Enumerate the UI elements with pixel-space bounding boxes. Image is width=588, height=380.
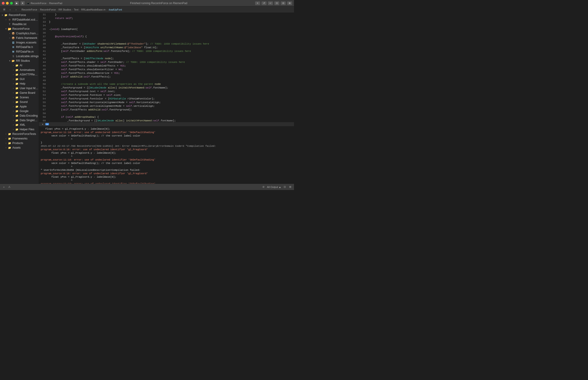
- code-line-34[interactable]: 34: [39, 24, 294, 27]
- sidebar-item-apple[interactable]: › 📁 Apple: [0, 104, 39, 109]
- console-filter-label[interactable]: All Output ▲: [267, 186, 281, 189]
- code-line-42[interactable]: 42: [39, 53, 294, 57]
- code-line-46[interactable]: 46 self.fontEffects.shouldCenterFilter =…: [39, 68, 294, 71]
- sidebar-item-frameworks[interactable]: › 📁 Frameworks: [0, 136, 39, 141]
- sidebar-item-root[interactable]: ▾ 📁 ReconInForce: [0, 13, 39, 17]
- add-status-button[interactable]: +: [2, 185, 6, 189]
- code-line-44[interactable]: 44 self.fontEffects.shader = self.fontSh…: [39, 60, 294, 64]
- sidebar-item-gameboard[interactable]: › 📁 Game Board: [0, 91, 39, 95]
- code-line-38[interactable]: 38: [39, 38, 294, 42]
- sidebar-item-annimations[interactable]: › 📁 Annimations: [0, 68, 39, 72]
- nav-forward-button[interactable]: ›: [14, 7, 18, 12]
- breadcrumb-reconinforce1[interactable]: ReconInForce: [21, 8, 37, 11]
- code-line-58[interactable]: 58: [39, 112, 294, 115]
- code-line-55[interactable]: 55 self.fontForground.horizontalAlignmen…: [39, 101, 294, 104]
- grid-view-button[interactable]: ⊞: [2, 7, 6, 12]
- code-line-31[interactable]: 31 }: [39, 13, 294, 17]
- split-view-button[interactable]: ⊟: [281, 1, 286, 5]
- sidebar-item-gui[interactable]: › 📁 GUI: [0, 77, 39, 81]
- console[interactable]: float yPos = gl_FragCoord.y - labelBase[…: [39, 126, 294, 184]
- expand-arrow-products: ›: [4, 142, 8, 144]
- view-toggle-button[interactable]: ⊡: [274, 1, 279, 5]
- breadcrumb-file[interactable]: RRLabelNodeBase.m: [81, 8, 105, 11]
- sidebar-item-help[interactable]: › 📁 Help: [0, 81, 39, 86]
- sidebar-item-rifdatafile-m[interactable]: M RIFDataFile.m: [0, 49, 39, 54]
- console-line: ^: [41, 155, 292, 158]
- code-line-45[interactable]: 45 self.fontEffects.shouldEnableEffects …: [39, 64, 294, 68]
- list-view-button[interactable]: ≡: [255, 1, 260, 5]
- breadcrumb-text[interactable]: Text: [74, 8, 78, 11]
- code-line-52[interactable]: 52 self.fontForground.text = self.text;: [39, 90, 294, 93]
- folder-icon-xml: 📁: [15, 123, 19, 127]
- code-line-39[interactable]: 39 _fontShader = [SKShader shaderWithFil…: [39, 42, 294, 46]
- scheme-selector[interactable]: 📱 ReconInForce › RiemenPad: [27, 1, 62, 5]
- console-settings-button[interactable]: ⊡: [283, 185, 287, 189]
- console-clear-button[interactable]: ⊘: [261, 185, 266, 189]
- sidebar-item-localizable[interactable]: S Localizable.strings: [0, 54, 39, 58]
- collapse-button[interactable]: ▾: [41, 122, 44, 126]
- sidebar-item-reconinforce[interactable]: ▾ 📂 ReconInForce: [0, 26, 39, 31]
- code-line-36[interactable]: 36: [39, 31, 294, 35]
- breadcrumb-method[interactable]: -loadUpFont: [108, 8, 122, 11]
- sidebar-item-dataencoding[interactable]: › 📁 Data Encoding: [0, 114, 39, 118]
- code-line-51[interactable]: 51 _fontForground = [[SKLabelNode alloc]…: [39, 86, 294, 90]
- sidebar-item-rrstudios[interactable]: ▾ 📂 RR Studios: [0, 58, 39, 63]
- sidebar-item-ai[interactable]: › 📁 AI: [0, 63, 39, 68]
- sidebar-item-reconinforce-tests[interactable]: › 📁 ReconInForceTests: [0, 132, 39, 136]
- code-line-32[interactable]: 32 return self;: [39, 17, 294, 20]
- sidebar-item-fabric[interactable]: › 📦 Fabric.framework: [0, 36, 39, 40]
- console-expand-button[interactable]: ⊞: [288, 185, 292, 189]
- code-line-60[interactable]: 60 _fontBackground = [[SKLabelNode alloc…: [39, 119, 294, 122]
- code-line-40[interactable]: 40 _fontUniform = [SKUniform uniformWith…: [39, 46, 294, 49]
- breadcrumb-rrstudios[interactable]: RR Studios: [59, 8, 71, 11]
- sidebar-item-asihttprequest[interactable]: › 📁 ASIHTTPRequest: [0, 72, 39, 77]
- code-line-59[interactable]: 59 if (self.addDropShadow) {: [39, 115, 294, 119]
- console-line: program_source:11:18: error: use of unde…: [41, 131, 292, 134]
- sidebar-item-xml[interactable]: › 📁 XML: [0, 123, 39, 127]
- sidebar-item-rifdatafile-h[interactable]: H RIFDataFile.h: [0, 45, 39, 49]
- code-line-57[interactable]: 57 [self.fontEffects addChild:self.fontF…: [39, 108, 294, 112]
- line-content: //create a subnode with all the same pro…: [48, 82, 294, 86]
- sidebar-label-apple: Apple: [20, 105, 39, 108]
- breadcrumb-reconinforce2[interactable]: ReconInForce: [40, 8, 56, 11]
- sidebar-item-readme[interactable]: T ReadMe.txt: [0, 22, 39, 26]
- sidebar-item-images[interactable]: 🖼 Images.xcassets: [0, 40, 39, 45]
- sidebar-item-assets[interactable]: › 📁 Assets: [0, 145, 39, 150]
- fullscreen-button[interactable]: [10, 2, 13, 5]
- minimize-button[interactable]: [6, 2, 9, 5]
- back-button[interactable]: ↩: [268, 1, 273, 5]
- sidebar-item-helperfiles[interactable]: › 📁 Helper Files: [0, 127, 39, 132]
- code-line-33[interactable]: 33}: [39, 20, 294, 24]
- code-line-41[interactable]: 41 [self.fontShader addUniform:self.font…: [39, 49, 294, 53]
- expand-button[interactable]: ⊞: [287, 1, 292, 5]
- console-line: ^: [41, 179, 292, 182]
- framework-icon-fabric: 📦: [11, 36, 15, 40]
- code-line-56[interactable]: 56 self.fontForground.verticalAlignmentM…: [39, 104, 294, 108]
- nav-back-button[interactable]: ‹: [8, 7, 12, 12]
- code-line-35[interactable]: 35-(void) loadUpFont{: [39, 27, 294, 31]
- code-line-53[interactable]: 53 self.fontForground.fontSize = self.si…: [39, 93, 294, 97]
- sidebar-item-userinput[interactable]: › 📁 User Input Management: [0, 86, 39, 91]
- refresh-button[interactable]: ↺: [261, 1, 267, 5]
- code-line-47[interactable]: 47 self.fontEffects.shouldRasterize = YE…: [39, 71, 294, 75]
- sidebar-item-scenes[interactable]: › 📁 Scenes: [0, 95, 39, 100]
- code-line-49[interactable]: 49: [39, 79, 294, 82]
- console-line: vec4 color = SKDefaultShading(); // the …: [41, 162, 292, 165]
- code-line-50[interactable]: 50 //create a subnode with all the same …: [39, 82, 294, 86]
- code-line-54[interactable]: 54 self.fontForground.fontColor = [RIFDa…: [39, 97, 294, 101]
- editor-console-splitter[interactable]: ▾ ●: [39, 122, 294, 126]
- sidebar-item-rifdatamodel[interactable]: › D RIFDataModel.xcdatamodeld: [0, 17, 39, 22]
- stop-button[interactable]: ■: [20, 1, 25, 5]
- sidebar-item-google[interactable]: › 📁 Google: [0, 109, 39, 114]
- close-button[interactable]: [2, 2, 5, 5]
- sidebar-item-products[interactable]: › 📁 Products: [0, 141, 39, 145]
- code-line-43[interactable]: 43 _fontEffects = [SKEffectNode node];: [39, 57, 294, 60]
- sidebar-label-readme: ReadMe.txt: [12, 23, 39, 26]
- sidebar-item-datasingletons[interactable]: › 📁 Data Singletons: [0, 118, 39, 123]
- code-editor[interactable]: 31 }32 return self;33}3435-(void) loadUp…: [39, 13, 294, 122]
- code-line-37[interactable]: 37 @synchronized(self) {: [39, 35, 294, 38]
- code-line-48[interactable]: 48 [self addChild:self.fontEffects];: [39, 75, 294, 79]
- run-button[interactable]: ▶: [15, 1, 19, 5]
- sidebar-item-sound[interactable]: › 📁 Sound: [0, 100, 39, 104]
- sidebar-item-crashlytics[interactable]: › 📦 Crashlytics.framework: [0, 31, 39, 36]
